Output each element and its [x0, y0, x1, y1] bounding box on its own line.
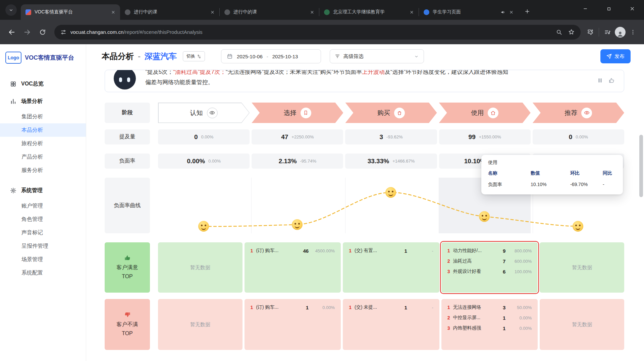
- list-item[interactable]: 1无法连接网络350.00%: [447, 304, 532, 310]
- list-item[interactable]: 3内饰塑料感强10.00%: [447, 325, 532, 331]
- tab-search-button[interactable]: [5, 4, 17, 16]
- funnel-row-satisfied-top: 客户满意 TOP 暂无数据 1(订) 购车...464500.00% 1(交: [105, 242, 624, 293]
- purchase-bag-icon: [394, 108, 405, 118]
- sidebar-item-product-self-analysis[interactable]: 本品分析: [0, 123, 86, 137]
- tooltip-row-mom: -69.70%: [570, 182, 603, 188]
- minimize-button[interactable]: [574, 0, 597, 17]
- url-host: vocuat.changan.com.cn: [70, 29, 123, 35]
- url-path: /report/#/scene/thisProductAnalysis: [123, 29, 202, 35]
- tab-course-1[interactable]: 进行中的课: [120, 4, 219, 20]
- date-start: 2025-10-06: [237, 54, 263, 59]
- site-settings-icon[interactable]: [60, 29, 66, 35]
- tab-close-icon[interactable]: [408, 8, 415, 16]
- sidebar-item-system-config[interactable]: 系统配置: [0, 266, 86, 280]
- main-content: 本品分析 - 深蓝汽车 切换 2025-10-06 - 2025-10-13 高…: [86, 44, 644, 361]
- sidebar-item-label: 产品分析: [21, 154, 43, 161]
- row-label-negative-rate: 负面率: [105, 154, 150, 169]
- tab-close-icon[interactable]: [308, 8, 316, 16]
- sidebar-item-scene-management[interactable]: 场景管理: [0, 253, 86, 266]
- pause-icon[interactable]: [597, 77, 603, 83]
- date-range-picker[interactable]: 2025-10-06 - 2025-10-13: [221, 49, 321, 63]
- thumbs-down-icon: [124, 311, 131, 318]
- gear-icon: [10, 187, 16, 194]
- satisfied-recommend: 暂无数据: [540, 242, 624, 293]
- tab-favicon: [125, 9, 130, 15]
- tab-voc-platform[interactable]: VOC客情直驱平台: [21, 4, 120, 20]
- reload-button[interactable]: [36, 25, 50, 39]
- list-item[interactable]: 1(订) 购车...464500.00%: [251, 248, 335, 254]
- row-label-mentions: 提及量: [105, 129, 150, 144]
- sidebar-item-label: 角色管理: [21, 216, 43, 223]
- publish-button[interactable]: 发布: [600, 49, 631, 63]
- audio-icon[interactable]: [500, 10, 505, 15]
- list-item[interactable]: 1(交) 未提...1-: [349, 304, 433, 310]
- calendar-icon: [227, 53, 233, 59]
- sidebar-section-scene-analysis[interactable]: 场景分析: [0, 93, 86, 110]
- funnel-row-stage: 阶段 认知 选择: [105, 103, 624, 123]
- sidebar-item-product-analysis[interactable]: 产品分析: [0, 150, 86, 164]
- stage-usage[interactable]: 使用: [439, 103, 531, 123]
- browser-chrome: VOC客情直驱平台 进行中的课 进行中的课 北京理工大学继续教育学: [0, 0, 644, 44]
- tab-favicon: [424, 9, 429, 15]
- profile-avatar[interactable]: [614, 26, 627, 39]
- sidebar-item-report-management[interactable]: 呈报件管理: [0, 239, 86, 253]
- list-item[interactable]: 1(交) 有置...1-: [349, 248, 433, 254]
- stage-awareness[interactable]: 认知: [158, 103, 250, 123]
- maximize-button[interactable]: [597, 0, 621, 17]
- close-window-button[interactable]: [621, 0, 644, 17]
- recommend-eye-icon: [581, 108, 592, 118]
- sidebar-item-voc-overview[interactable]: VOC总览: [0, 75, 86, 93]
- sidebar-item-account-management[interactable]: 账户管理: [0, 199, 86, 213]
- list-item[interactable]: 2油耗过高7600.00%: [447, 258, 532, 264]
- mentions-usage: 99+1550.00%: [439, 129, 531, 144]
- sidebar-section-system-management[interactable]: 系统管理: [0, 182, 86, 199]
- sidebar-item-group-analysis[interactable]: 集团分析: [0, 110, 86, 123]
- publish-label: 发布: [614, 53, 625, 60]
- stage-choose[interactable]: 选择: [252, 103, 343, 123]
- list-item[interactable]: 2中控显示屏...10.00%: [447, 315, 532, 321]
- satisfied-usage-highlighted: 1动力性能好/...9800.00% 2油耗过高7600.00% 3外观设计好看…: [441, 242, 538, 293]
- ai-summary-line-1: ”提及5次；“油耗过高”提及7次；“无法连接网络”提及3次；未来需关注“购买”环…: [145, 70, 584, 77]
- mentions-awareness: 00.00%: [158, 129, 250, 144]
- stage-purchase[interactable]: 购买: [345, 103, 437, 123]
- sidebar-item-journey-analysis[interactable]: 旅程分析: [0, 137, 86, 150]
- page-title: 本品分析: [102, 51, 134, 62]
- curve-cell-purchase: [345, 178, 437, 233]
- tab-favicon: [25, 9, 31, 15]
- extensions-puzzle-icon[interactable]: [584, 26, 597, 39]
- advanced-filter-select[interactable]: 高级筛选: [330, 49, 424, 63]
- browser-menu-kebab-icon[interactable]: [627, 26, 639, 39]
- tab-course-2[interactable]: 进行中的课: [220, 4, 319, 20]
- list-item[interactable]: 1动力性能好/...9800.00%: [447, 248, 532, 254]
- tooltip-header-mom: 环比: [570, 170, 603, 176]
- tab-close-icon[interactable]: [507, 8, 515, 16]
- tab-student-learning[interactable]: 学生学习页面: [419, 4, 518, 20]
- thumbs-icon[interactable]: [608, 77, 614, 83]
- page-scrollbar-thumb[interactable]: [639, 135, 643, 197]
- sidebar-item-role-management[interactable]: 角色管理: [0, 213, 86, 226]
- tab-title: 进行中的课: [233, 9, 306, 15]
- page-header: 本品分析 - 深蓝汽车 切换 2025-10-06 - 2025-10-13 高…: [86, 44, 644, 68]
- tab-close-icon[interactable]: [109, 8, 117, 16]
- back-button[interactable]: [5, 25, 19, 39]
- sidebar-item-label: 本品分析: [21, 127, 43, 134]
- sidebar-section-label: 场景分析: [21, 98, 43, 105]
- sidebar-item-service-analysis[interactable]: 服务分析: [0, 164, 86, 177]
- stage-recommend[interactable]: 推荐: [533, 103, 624, 123]
- tab-bar: VOC客情直驱平台 进行中的课 进行中的课 北京理工大学继续教育学: [0, 0, 644, 20]
- address-bar[interactable]: vocuat.changan.com.cn /report/#/scene/th…: [54, 25, 581, 40]
- tab-bit-education[interactable]: 北京理工大学继续教育学: [319, 4, 419, 20]
- list-item[interactable]: 1(订) 购车...10.00%: [251, 304, 335, 310]
- bookmark-star-icon[interactable]: [568, 29, 575, 35]
- new-tab-button[interactable]: [522, 6, 533, 17]
- sidebar-item-label: VOC总览: [21, 80, 44, 87]
- tab-close-icon[interactable]: [209, 8, 216, 16]
- zoom-icon[interactable]: [556, 29, 562, 35]
- mentions-recommend: 00.00%: [533, 129, 624, 144]
- sidebar-item-label: 集团分析: [21, 113, 43, 120]
- sidebar-item-voice-tagging[interactable]: 声音标记: [0, 226, 86, 239]
- media-controls-icon[interactable]: [601, 26, 614, 39]
- list-item[interactable]: 3外观设计好看6100.00%: [447, 268, 532, 275]
- forward-button[interactable]: [20, 25, 34, 39]
- switch-brand-button[interactable]: 切换: [183, 51, 205, 61]
